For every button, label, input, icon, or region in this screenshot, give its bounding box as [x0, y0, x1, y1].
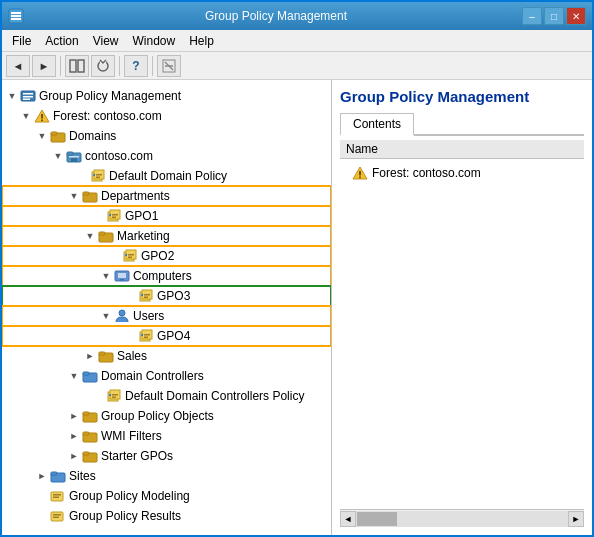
svg-rect-35 [109, 214, 111, 216]
extra-button[interactable] [157, 55, 181, 77]
menu-action[interactable]: Action [39, 32, 84, 50]
svg-rect-65 [109, 394, 111, 396]
scroll-track[interactable] [356, 511, 568, 527]
tree-users-item[interactable]: ▼ Users [2, 306, 331, 326]
expand-marketing-icon: ▼ [82, 228, 98, 244]
right-panel-title: Group Policy Management [340, 88, 584, 105]
tree-gpm-item[interactable]: Group Policy Modeling [2, 486, 331, 506]
tree-sales-item[interactable]: ► Sales [2, 346, 331, 366]
svg-rect-56 [141, 334, 143, 336]
back-button[interactable]: ◄ [6, 55, 30, 77]
tree-contoso-item[interactable]: ▼ contoso.com [2, 146, 331, 166]
table-row[interactable]: Forest: contoso.com [340, 159, 584, 188]
gpo-objects-label: Group Policy Objects [101, 409, 214, 423]
svg-rect-27 [96, 177, 100, 179]
tree-gpo4-item[interactable]: GPO4 [2, 326, 331, 346]
menu-file[interactable]: File [6, 32, 37, 50]
tree-panel[interactable]: ▼ Group Policy Management ▼ [2, 80, 332, 535]
departments-label: Departments [101, 189, 170, 203]
minimize-button[interactable]: – [522, 7, 542, 25]
users-label: Users [133, 309, 164, 323]
gpo2-label: GPO2 [141, 249, 174, 263]
tree-default-domain-policy-item[interactable]: Default Domain Policy [2, 166, 331, 186]
sites-label: Sites [69, 469, 96, 483]
svg-rect-3 [11, 18, 21, 20]
menu-help[interactable]: Help [183, 32, 220, 50]
gpo4-label: GPO4 [157, 329, 190, 343]
scroll-left-arrow[interactable]: ◄ [340, 511, 356, 527]
wmi-icon [82, 428, 98, 444]
departments-icon [82, 188, 98, 204]
svg-rect-54 [144, 334, 150, 336]
svg-rect-69 [83, 432, 89, 435]
svg-rect-12 [23, 93, 33, 95]
expand-sales-icon: ► [82, 348, 98, 364]
svg-rect-34 [112, 217, 116, 219]
marketing-icon [98, 228, 114, 244]
tree-gpo2-item[interactable]: GPO2 [2, 246, 331, 266]
tree-sites-item[interactable]: ► Sites [2, 466, 331, 486]
help-button[interactable]: ? [124, 55, 148, 77]
gpm-root-label: Group Policy Management [39, 89, 181, 103]
expand-starter-gpos-icon: ► [66, 448, 82, 464]
scroll-right-arrow[interactable]: ► [568, 511, 584, 527]
tree-ddcp-item[interactable]: Default Domain Controllers Policy [2, 386, 331, 406]
dc-label: Domain Controllers [101, 369, 204, 383]
show-hide-button[interactable] [65, 55, 89, 77]
close-button[interactable]: ✕ [566, 7, 586, 25]
computers-icon [114, 268, 130, 284]
tree-departments-item[interactable]: ▼ Departments [2, 186, 331, 206]
tree-computers-item[interactable]: ▼ Computers [2, 266, 331, 286]
expand-forest-icon: ▼ [18, 108, 34, 124]
restore-button[interactable]: □ [544, 7, 564, 25]
window-title: Group Policy Management [30, 9, 522, 23]
sales-label: Sales [117, 349, 147, 363]
menu-window[interactable]: Window [127, 32, 182, 50]
gpo-ddp-icon [90, 168, 106, 184]
refresh-button[interactable] [91, 55, 115, 77]
forest-icon [34, 108, 50, 124]
svg-rect-14 [23, 99, 30, 101]
tree-dc-item[interactable]: ▼ Domain Controllers [2, 366, 331, 386]
svg-rect-5 [78, 60, 84, 72]
svg-rect-63 [112, 394, 118, 396]
toolbar-separator-1 [60, 56, 61, 76]
expand-sites-icon: ► [34, 468, 50, 484]
svg-rect-79 [53, 517, 59, 519]
gpm-item-label: Group Policy Modeling [69, 489, 190, 503]
gpo-objects-icon [82, 408, 98, 424]
forward-button[interactable]: ► [32, 55, 56, 77]
svg-rect-55 [144, 337, 148, 339]
tree-gpr-item[interactable]: Group Policy Results [2, 506, 331, 526]
scroll-thumb[interactable] [357, 512, 397, 526]
tree-gpo-objects-item[interactable]: ► Group Policy Objects [2, 406, 331, 426]
tab-contents[interactable]: Contents [340, 113, 414, 136]
menu-view[interactable]: View [87, 32, 125, 50]
expand-departments-icon: ▼ [66, 188, 82, 204]
sites-icon [50, 468, 66, 484]
domains-icon [50, 128, 66, 144]
tree-gpo3-item[interactable]: GPO3 [2, 286, 331, 306]
tree-forest-item[interactable]: ▼ Forest: contoso.com [2, 106, 331, 126]
svg-rect-73 [51, 472, 57, 475]
svg-rect-45 [120, 279, 124, 281]
toolbar: ◄ ► ? [2, 52, 592, 80]
main-window: Group Policy Management – □ ✕ File Actio… [0, 0, 594, 537]
tree-gpo1-item[interactable]: GPO1 [2, 206, 331, 226]
tree-root: ▼ Group Policy Management ▼ [2, 84, 331, 528]
right-panel: Group Policy Management Contents Name [332, 80, 592, 535]
tree-domains-item[interactable]: ▼ Domains [2, 126, 331, 146]
svg-rect-19 [51, 132, 57, 135]
tree-wmi-item[interactable]: ► WMI Filters [2, 426, 331, 446]
expand-dc-icon: ▼ [66, 368, 82, 384]
users-icon [114, 308, 130, 324]
svg-rect-78 [53, 514, 61, 516]
tree-root-item[interactable]: ▼ Group Policy Management [2, 86, 331, 106]
svg-rect-4 [70, 60, 76, 72]
starter-gpos-label: Starter GPOs [101, 449, 173, 463]
contoso-label: contoso.com [85, 149, 153, 163]
gpo-ddcp-icon [106, 388, 122, 404]
tree-starter-gpos-item[interactable]: ► Starter GPOs [2, 446, 331, 466]
tree-marketing-item[interactable]: ▼ Marketing [2, 226, 331, 246]
content-table: Name Forest: contoso.com [340, 140, 584, 187]
